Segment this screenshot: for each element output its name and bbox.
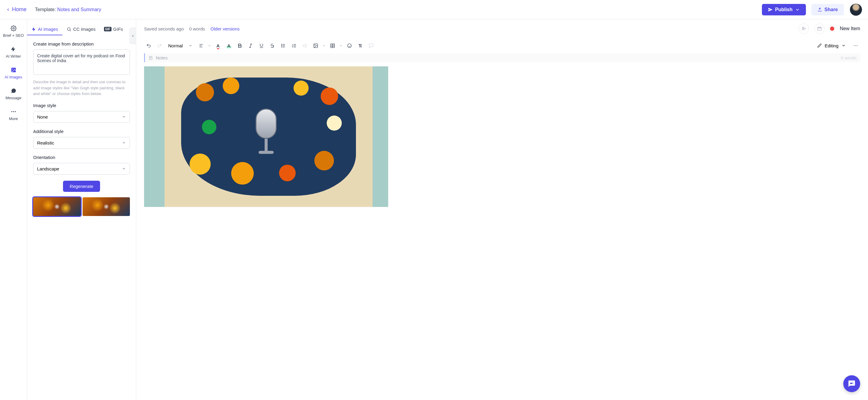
message-icon: [10, 88, 17, 94]
home-link[interactable]: Home: [6, 6, 27, 13]
clear-format-button[interactable]: [355, 40, 365, 51]
insert-image-button[interactable]: [310, 40, 321, 51]
tab-cc-images[interactable]: CC images: [62, 24, 100, 35]
table-icon: [330, 43, 335, 48]
calendar-icon: [817, 26, 822, 31]
strikethrough-button[interactable]: [267, 40, 277, 51]
outdent-icon: [302, 43, 307, 48]
underline-icon: [259, 43, 264, 48]
bold-button[interactable]: [235, 40, 245, 51]
user-plus-icon: [801, 26, 806, 31]
svg-point-39: [855, 45, 856, 46]
clear-format-icon: [358, 43, 363, 48]
thumbnail-2[interactable]: [83, 197, 130, 216]
send-icon: [768, 7, 773, 12]
notes-word-count: 0 words: [841, 55, 857, 60]
image-dropdown[interactable]: [321, 40, 327, 51]
publish-button[interactable]: Publish: [762, 4, 806, 16]
italic-button[interactable]: [245, 40, 255, 51]
tab-ai-images[interactable]: AI images: [27, 24, 62, 35]
svg-rect-9: [818, 27, 821, 30]
italic-icon: [248, 43, 253, 48]
tab-gifs[interactable]: GIF GIFs: [100, 24, 127, 35]
template-link[interactable]: Notes and Summary: [57, 7, 101, 12]
dots-icon: [10, 109, 17, 115]
text-color-icon: A: [216, 43, 220, 48]
svg-point-4: [13, 111, 14, 112]
editing-mode-select[interactable]: Editing: [813, 41, 850, 50]
comment-button[interactable]: [366, 40, 376, 51]
chevron-left-icon: [131, 34, 135, 38]
highlight-button[interactable]: A: [224, 40, 234, 51]
chevron-down-icon: [189, 44, 192, 47]
chevron-down-icon: [122, 167, 126, 171]
gif-badge-icon: GIF: [104, 27, 112, 31]
svg-point-8: [803, 27, 804, 29]
share-button[interactable]: Share: [811, 4, 844, 16]
comment-icon: [369, 43, 374, 48]
generated-image[interactable]: [144, 66, 388, 207]
template-info: Template: Notes and Summary: [35, 7, 101, 12]
outdent-button[interactable]: [300, 40, 310, 51]
emoji-button[interactable]: [344, 40, 354, 51]
svg-line-7: [70, 30, 71, 31]
add-collaborator-button[interactable]: [799, 24, 809, 34]
svg-point-5: [15, 111, 16, 112]
image-icon: [313, 43, 318, 48]
bolt-icon: [10, 46, 16, 52]
avatar[interactable]: [850, 4, 862, 16]
rail-more[interactable]: More: [9, 109, 18, 121]
regenerate-button[interactable]: Regenerate: [63, 181, 100, 192]
additional-style-label: Additional style: [33, 129, 130, 134]
thumbnail-1[interactable]: [33, 197, 81, 216]
numbered-list-button[interactable]: [289, 40, 299, 51]
svg-point-3: [11, 111, 12, 112]
schedule-button[interactable]: [814, 24, 825, 34]
chat-fab[interactable]: [843, 375, 860, 392]
rail-ai-writer[interactable]: AI Writer: [6, 46, 21, 59]
align-left-icon: [198, 43, 204, 48]
rail-message[interactable]: Message: [5, 88, 22, 100]
collapse-panel-button[interactable]: [130, 28, 136, 44]
status-label[interactable]: New Item: [840, 26, 860, 31]
underline-button[interactable]: [256, 40, 267, 51]
notes-block[interactable]: Notes 0 words: [144, 53, 860, 62]
rail-ai-images[interactable]: AI Images: [4, 67, 22, 79]
svg-point-40: [857, 45, 858, 46]
svg-point-32: [315, 44, 315, 45]
chat-icon: [848, 380, 856, 388]
chevron-left-icon: [6, 7, 10, 12]
additional-style-select[interactable]: Realistic: [33, 137, 130, 149]
save-status: Saved seconds ago: [144, 26, 184, 31]
align-button[interactable]: [196, 40, 206, 51]
svg-point-2: [12, 69, 13, 70]
chevron-down-icon: [795, 7, 800, 12]
svg-point-0: [13, 28, 14, 29]
prompt-helper-text: Describe the image in detail and then us…: [33, 79, 130, 97]
create-image-label: Create image from description: [33, 41, 130, 47]
orientation-select[interactable]: Landscape: [33, 163, 130, 175]
paragraph-style-select[interactable]: Normal: [165, 41, 195, 50]
chevron-down-icon: [122, 141, 126, 145]
strikethrough-icon: [270, 43, 275, 48]
bold-icon: [237, 43, 242, 48]
text-color-button[interactable]: A: [213, 40, 223, 51]
bolt-icon: [31, 27, 36, 32]
redo-button[interactable]: [154, 40, 164, 51]
home-label: Home: [12, 6, 27, 13]
undo-button[interactable]: [144, 40, 154, 51]
rail-brief-seo[interactable]: Brief + SEO: [3, 25, 24, 38]
align-dropdown[interactable]: [207, 40, 212, 51]
older-versions-link[interactable]: Older versions: [210, 26, 240, 31]
image-icon: [10, 67, 17, 73]
table-dropdown[interactable]: [338, 40, 344, 51]
emoji-icon: [347, 43, 352, 48]
upload-icon: [817, 7, 822, 12]
table-button[interactable]: [327, 40, 338, 51]
prompt-textarea[interactable]: [33, 50, 130, 75]
image-style-select[interactable]: None: [33, 111, 130, 123]
search-icon: [67, 27, 71, 32]
bullet-list-button[interactable]: [278, 40, 288, 51]
more-tools-button[interactable]: [850, 40, 861, 51]
highlight-icon: A: [227, 43, 231, 48]
